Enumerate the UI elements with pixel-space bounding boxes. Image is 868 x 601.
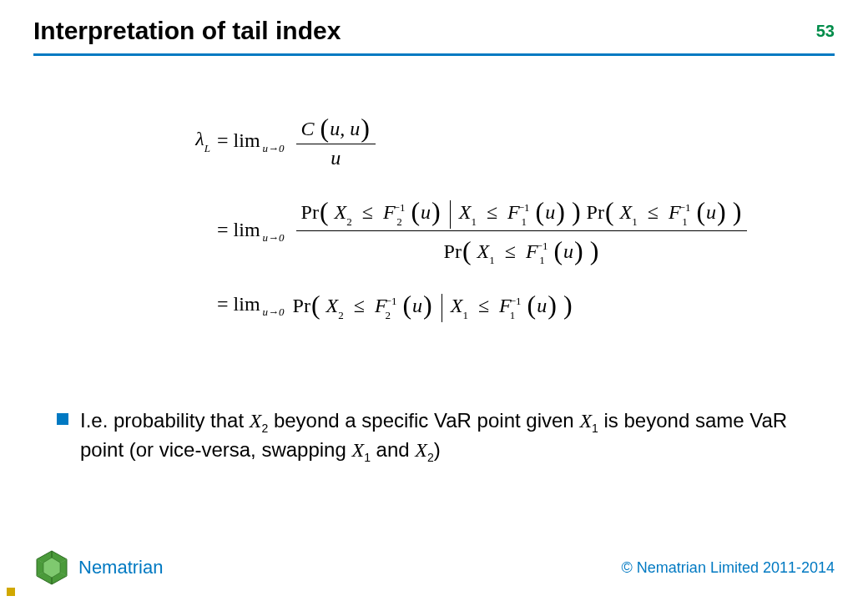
sup-1: −1 <box>679 202 691 213</box>
sup-1: −1 <box>537 240 548 251</box>
sup-1: −1 <box>518 202 530 213</box>
X: X <box>250 410 262 432</box>
sub1: 1 <box>632 215 638 228</box>
sup-1: −1 <box>386 295 397 306</box>
u: u <box>706 201 716 223</box>
sub2: 2 <box>386 310 397 321</box>
X: X <box>326 295 339 316</box>
sub1: 1 <box>471 215 477 228</box>
text: I.e. probability that <box>80 409 250 432</box>
le: ≤ <box>487 201 497 223</box>
equals: = <box>215 218 234 242</box>
fraction: C (u, u) u <box>296 109 376 172</box>
X: X <box>477 240 490 262</box>
conditional-bar <box>450 200 451 229</box>
sub2: 2 <box>346 215 352 228</box>
brand: Nematrian <box>33 549 163 586</box>
text: ) <box>434 438 441 461</box>
u: u <box>545 201 555 223</box>
lambda-sub: L <box>204 142 210 154</box>
lim-label: lim <box>234 292 260 316</box>
u: u <box>563 240 573 262</box>
bullet-text: I.e. probability that X2 beyond a specif… <box>80 407 818 465</box>
u: u <box>537 295 547 316</box>
X: X <box>351 439 364 461</box>
X: X <box>415 439 427 461</box>
corner-marker <box>7 588 15 596</box>
limit: lim u→0 <box>234 129 285 153</box>
page-number: 53 <box>816 22 835 41</box>
X: X <box>459 201 472 223</box>
sup-1: −1 <box>394 202 406 213</box>
sub1: 1 <box>510 310 522 321</box>
logo-icon <box>33 549 70 586</box>
Pr: Pr <box>444 240 462 262</box>
sub2: 2 <box>338 309 344 321</box>
bullet-item: I.e. probability that X2 beyond a specif… <box>57 407 818 465</box>
lim-sub: u→0 <box>263 142 285 155</box>
text: and <box>371 438 415 461</box>
lambda: λ <box>195 128 204 149</box>
lim-sub: u→0 <box>263 231 285 245</box>
brand-name: Nematrian <box>78 557 163 578</box>
page-title: Interpretation of tail index <box>33 17 835 45</box>
footer: Nematrian © Nematrian Limited 2011-2014 <box>33 549 835 586</box>
Pr: Pr <box>587 201 604 223</box>
X: X <box>335 201 347 223</box>
Pr: Pr <box>301 201 319 223</box>
X: X <box>451 295 463 316</box>
bullet-icon <box>57 413 68 425</box>
equation-line-2: = lim u→0 Pr( X2 ≤ F−12 (u) X1 ≤ F−11 (u… <box>167 192 785 267</box>
le: ≤ <box>354 295 365 316</box>
sub1: 1 <box>679 216 691 227</box>
slide: Interpretation of tail index 53 λL = lim… <box>0 0 868 601</box>
text: beyond a specific VaR point given <box>268 409 579 432</box>
sub2: 2 <box>427 450 434 463</box>
sub1: 1 <box>592 422 598 435</box>
C: C <box>301 118 315 139</box>
equals: = <box>215 129 234 153</box>
u: u <box>412 295 422 316</box>
sup-1: −1 <box>510 295 522 306</box>
u: u <box>421 201 431 223</box>
conditional-bar <box>442 294 442 322</box>
equals: = <box>215 292 234 316</box>
sub1: 1 <box>537 255 548 265</box>
header-rule <box>33 53 835 56</box>
equation-line-3: = lim u→0 Pr( X2 ≤ F−12 (u) X1 ≤ F−11 (u… <box>167 287 785 321</box>
sub1: 1 <box>462 309 468 321</box>
limit: lim u→0 <box>234 292 285 316</box>
lim-label: lim <box>234 129 260 153</box>
lim-sub: u→0 <box>263 306 285 319</box>
sub1: 1 <box>518 216 530 227</box>
lim-label: lim <box>234 218 260 242</box>
header: Interpretation of tail index 53 <box>33 17 835 45</box>
den-u: u <box>326 144 346 172</box>
fraction: Pr( X2 ≤ F−12 (u) X1 ≤ F−11 (u) ) Pr( X1… <box>296 192 748 267</box>
equation-block: λL = lim u→0 C (u, u) u = lim u→0 <box>167 109 785 342</box>
X: X <box>620 201 633 223</box>
sub1: 1 <box>364 450 371 463</box>
limit: lim u→0 <box>234 218 285 242</box>
le: ≤ <box>648 201 659 223</box>
C-args: u, u <box>330 118 360 139</box>
Pr: Pr <box>293 295 310 316</box>
X: X <box>579 410 592 432</box>
le: ≤ <box>505 240 516 262</box>
equation-line-1: λL = lim u→0 C (u, u) u <box>167 109 785 172</box>
le: ≤ <box>362 201 373 223</box>
sub2: 2 <box>394 216 406 227</box>
sub1: 1 <box>489 254 495 266</box>
le: ≤ <box>478 295 489 316</box>
copyright: © Nematrian Limited 2011-2014 <box>622 559 835 577</box>
